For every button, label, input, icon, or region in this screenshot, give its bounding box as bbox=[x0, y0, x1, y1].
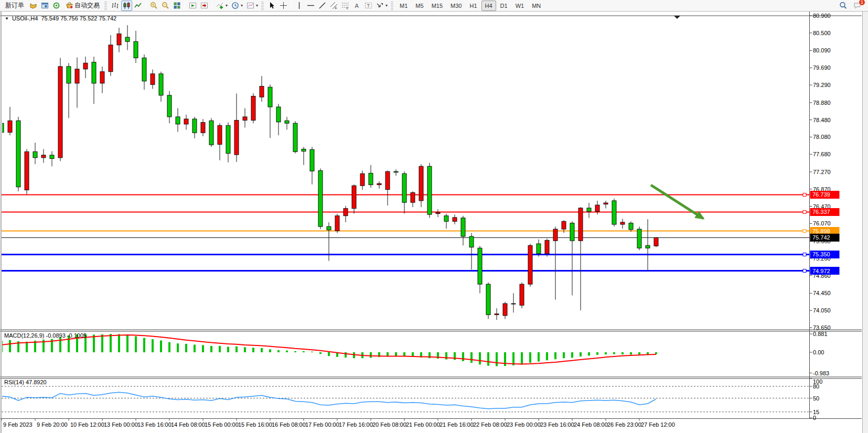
notifications-button[interactable]: 1 bbox=[852, 1, 863, 11]
timeframe-d1-button[interactable]: D1 bbox=[497, 1, 511, 11]
line-anchor[interactable] bbox=[803, 253, 806, 256]
macd-histogram-bar bbox=[596, 352, 598, 355]
macd-histogram-bar bbox=[210, 346, 212, 352]
line-anchor[interactable] bbox=[803, 230, 806, 233]
candle-body bbox=[302, 149, 306, 151]
arrows-icon bbox=[376, 2, 384, 9]
candlestick-icon bbox=[123, 2, 131, 9]
main-toolbar: 新订单自动交易▾▾▾EFAT▾M1M5M15M30H1H4D1W1MN1 bbox=[0, 0, 868, 12]
timeframe-w1-button[interactable]: W1 bbox=[512, 1, 528, 11]
autotrading-button-label: 自动交易 bbox=[74, 1, 100, 10]
fibonacci-button[interactable]: F bbox=[340, 1, 351, 11]
macd-histogram-bar bbox=[538, 352, 540, 362]
time-tick-label: 15 Feb 16:00 bbox=[238, 421, 272, 428]
candle-body bbox=[461, 218, 465, 236]
macd-axis-label: -0.983 bbox=[813, 370, 829, 376]
tile-windows-button[interactable] bbox=[172, 1, 183, 11]
candle-body bbox=[537, 244, 541, 254]
candle-body bbox=[503, 304, 507, 316]
candle-body bbox=[176, 117, 180, 124]
hline-button[interactable] bbox=[305, 1, 316, 11]
vline-button[interactable] bbox=[294, 1, 305, 11]
label-button[interactable]: T bbox=[363, 1, 374, 11]
timeframe-m30-button[interactable]: M30 bbox=[447, 1, 465, 11]
candle-body bbox=[209, 121, 213, 145]
one-click-collapse-icon[interactable]: ▼ bbox=[5, 16, 9, 21]
candle-body bbox=[419, 166, 423, 201]
candle-body bbox=[385, 171, 390, 189]
templates-button[interactable]: ▾ bbox=[245, 1, 260, 11]
macd-histogram-bar bbox=[554, 352, 556, 359]
timeframe-m15-button[interactable]: M15 bbox=[428, 1, 446, 11]
svg-text:E: E bbox=[335, 6, 337, 9]
chevron-down-icon[interactable]: ▾ bbox=[385, 3, 388, 8]
chart-window[interactable]: ▼ USOil-,H4 75.549 75.756 75.522 75.742 … bbox=[0, 12, 868, 433]
timeframe-mn-button[interactable]: MN bbox=[528, 1, 544, 11]
timeframe-h4-button[interactable]: H4 bbox=[481, 1, 496, 11]
toolbar-grip bbox=[104, 2, 107, 10]
macd-histogram-bar bbox=[202, 345, 204, 352]
auto-scroll-button[interactable] bbox=[187, 1, 198, 11]
autotrading-button[interactable]: 自动交易 bbox=[62, 1, 103, 11]
candle-body bbox=[587, 208, 591, 212]
candle-body bbox=[335, 216, 339, 231]
indicators-button[interactable]: ▾ bbox=[215, 1, 229, 11]
chart-shift-icon bbox=[200, 2, 208, 9]
chevron-down-icon[interactable]: ▾ bbox=[241, 3, 243, 8]
price-tick-label: 74.050 bbox=[813, 307, 831, 313]
line-anchor[interactable] bbox=[803, 210, 806, 213]
candle-body bbox=[562, 221, 566, 229]
zoom-out-button[interactable] bbox=[160, 1, 171, 11]
macd-histogram-bar bbox=[110, 334, 112, 352]
time-tick-label: 21 Feb 00:00 bbox=[406, 421, 440, 428]
macd-histogram-bar bbox=[277, 350, 280, 352]
candle-body bbox=[318, 170, 323, 226]
zoom-in-button[interactable] bbox=[148, 1, 159, 11]
macd-histogram-bar bbox=[261, 348, 263, 352]
price-tick-label: 76.070 bbox=[813, 220, 831, 226]
line-chart-button[interactable] bbox=[133, 1, 144, 11]
search-button[interactable] bbox=[838, 1, 849, 11]
candle-body bbox=[495, 314, 499, 315]
candlestick-button[interactable] bbox=[121, 1, 132, 11]
price-tick-label: 73.650 bbox=[813, 324, 831, 331]
chevron-down-icon[interactable]: ▾ bbox=[226, 3, 228, 8]
line-anchor[interactable] bbox=[803, 269, 806, 273]
data-window-icon bbox=[41, 2, 49, 9]
timeframe-m1-button[interactable]: M1 bbox=[396, 1, 411, 11]
bar-chart-button[interactable] bbox=[110, 1, 121, 11]
line-anchor[interactable] bbox=[803, 193, 806, 196]
cursor-button[interactable] bbox=[266, 1, 277, 11]
time-tick-label: 24 Feb 08:00 bbox=[574, 421, 608, 428]
chart-shift-button[interactable] bbox=[199, 1, 210, 11]
symbol-label: ▼ USOil-,H4 75.549 75.756 75.522 75.742 bbox=[5, 15, 116, 21]
timeframe-h1-button[interactable]: H1 bbox=[466, 1, 480, 11]
candle-body bbox=[243, 117, 247, 121]
macd-histogram-bar bbox=[345, 352, 347, 358]
price-badge-label: 76.739 bbox=[812, 191, 830, 198]
text-button[interactable]: A bbox=[351, 1, 362, 11]
periods-button[interactable]: ▾ bbox=[230, 1, 244, 11]
crosshair-button[interactable] bbox=[278, 1, 289, 11]
chart-canvas[interactable]: 80.90080.50080.09079.69079.29078.88078.4… bbox=[1, 12, 868, 433]
data-window-button[interactable] bbox=[39, 1, 50, 11]
price-tick-label: 80.090 bbox=[813, 47, 831, 53]
channel-button[interactable]: E bbox=[328, 1, 339, 11]
timeframe-m5-button[interactable]: M5 bbox=[412, 1, 427, 11]
macd-histogram-bar bbox=[521, 352, 523, 364]
chevron-down-icon[interactable]: ▾ bbox=[256, 3, 258, 8]
candle-body bbox=[25, 151, 29, 190]
navigator-button[interactable] bbox=[51, 1, 62, 11]
macd-histogram-bar bbox=[168, 342, 170, 352]
fibonacci-icon: F bbox=[341, 2, 349, 9]
candle-body bbox=[151, 74, 155, 85]
trendline-button[interactable] bbox=[317, 1, 328, 11]
candle-body bbox=[310, 149, 314, 171]
shapes-button[interactable]: ▾ bbox=[374, 1, 389, 11]
time-tick-label: 23 Feb 00:00 bbox=[507, 421, 541, 428]
candle-body bbox=[620, 222, 625, 224]
market-watch-button[interactable] bbox=[28, 1, 39, 11]
price-badge-label: 75.350 bbox=[812, 251, 830, 257]
rsi-axis-label: 80 bbox=[813, 383, 819, 389]
new-order-button[interactable]: 新订单 bbox=[2, 1, 27, 11]
